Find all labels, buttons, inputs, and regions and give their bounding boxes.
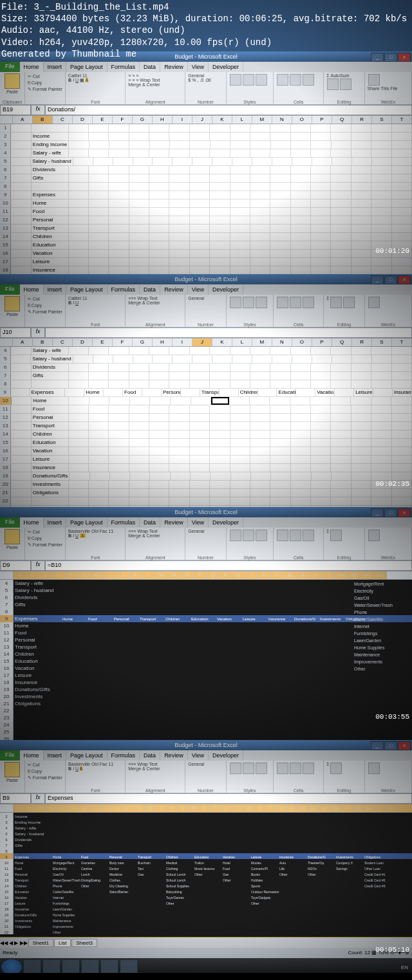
tab-view[interactable]: View xyxy=(188,284,209,295)
fx-button[interactable]: fx xyxy=(31,328,45,338)
paste-icon[interactable] xyxy=(5,296,20,311)
cut-button[interactable]: Cut xyxy=(33,74,40,79)
start-button[interactable] xyxy=(1,959,22,973)
worksheet[interactable]: ABCDEFGHIJKLMNOPQRST 4Salary - wife5Sala… xyxy=(0,338,412,507)
format-table-icon[interactable] xyxy=(243,74,254,86)
tab-page-layout[interactable]: Page Layout xyxy=(66,62,108,72)
timestamp: 00:02:35 xyxy=(375,480,409,488)
paste-icon[interactable] xyxy=(5,73,20,89)
number-format[interactable]: General xyxy=(188,73,204,78)
format-cells-icon[interactable] xyxy=(303,74,314,86)
font-size[interactable]: 11 xyxy=(82,73,88,78)
insert-cells-icon[interactable] xyxy=(277,74,288,86)
tab-developer[interactable]: Developer xyxy=(209,62,243,72)
tab-data[interactable]: Data xyxy=(140,284,160,295)
copy-button[interactable]: Copy xyxy=(32,80,42,85)
cell-styles-icon[interactable] xyxy=(256,74,267,86)
minimize-button[interactable]: _ xyxy=(371,275,384,284)
status-mode: Ready xyxy=(3,948,17,958)
name-box[interactable]: B9 xyxy=(0,793,31,804)
name-box[interactable]: J10 xyxy=(0,328,31,338)
share-file-icon[interactable] xyxy=(368,74,380,86)
fx-button[interactable]: fx xyxy=(31,105,45,115)
tab-home[interactable]: Home xyxy=(20,62,44,72)
tab-developer[interactable]: Developer xyxy=(209,284,243,295)
formula-bar[interactable]: Donations/ xyxy=(45,105,412,115)
tab-review[interactable]: Review xyxy=(160,284,188,295)
tab-home[interactable]: Home xyxy=(20,517,44,528)
fx-button[interactable]: fx xyxy=(31,560,45,571)
tab-insert[interactable]: Insert xyxy=(44,62,67,72)
thumbnail-frame-2: Budget - Microsoft Excel_□× FileHomeInse… xyxy=(0,274,412,507)
timestamp: 00:03:55 xyxy=(375,713,409,721)
ribbon-tabs: File Home Insert Page Layout Formulas Da… xyxy=(0,62,412,72)
file-tab[interactable]: File xyxy=(0,750,20,761)
tab-formulas[interactable]: Formulas xyxy=(108,62,140,72)
formula-bar[interactable]: Expenses xyxy=(45,793,412,804)
tab-page-layout[interactable]: Page Layout xyxy=(66,284,108,295)
merge-center[interactable]: Merge & Center xyxy=(128,82,160,87)
file-tab[interactable]: File xyxy=(0,62,20,72)
format-painter-button[interactable]: Format Painter xyxy=(33,87,62,91)
autosum-button[interactable]: AutoSum xyxy=(331,73,350,78)
maximize-button[interactable]: □ xyxy=(384,275,397,284)
delete-cells-icon[interactable] xyxy=(290,74,301,86)
conditional-formatting-icon[interactable] xyxy=(230,74,241,86)
sort-filter-icon[interactable] xyxy=(327,79,339,90)
tab-review[interactable]: Review xyxy=(160,62,188,72)
font-name[interactable]: Calibri xyxy=(68,73,81,78)
tab-insert[interactable]: Insert xyxy=(44,284,67,295)
file-tab[interactable]: File xyxy=(0,517,20,528)
name-box[interactable]: B19 xyxy=(0,105,31,115)
tab-home[interactable]: Home xyxy=(20,284,44,295)
formula-bar[interactable] xyxy=(45,328,412,338)
timestamp: 00:01:20 xyxy=(375,247,409,255)
file-tab[interactable]: File xyxy=(0,284,20,295)
tab-data[interactable]: Data xyxy=(140,62,160,72)
formula-bar[interactable]: =B10 xyxy=(45,560,412,571)
timestamp: 00:05:10 xyxy=(375,946,409,954)
worksheet[interactable]: ABCDEFGHIJKLMNOPQRST 12Income3Ending Inc… xyxy=(0,116,412,274)
thumbnail-frame-3: Budget - Microsoft Excel_□× FileHomeInse… xyxy=(0,507,412,740)
tab-formulas[interactable]: Formulas xyxy=(108,284,140,295)
video-overlay: File: 3_-_Building_the_List.mp4 Size: 33… xyxy=(1,1,407,60)
tab-view[interactable]: View xyxy=(188,62,209,72)
window-title: Budget - Microsoft Excel_□× xyxy=(0,274,412,284)
thumbnail-frame-4: Budget - Microsoft Excel_□× FileHomeInse… xyxy=(0,740,412,973)
count-status: Count: 12 xyxy=(348,950,370,956)
worksheet[interactable]: BCDEFGHIJKLMNOPQRSTUVWXYZAAABACAD 4Salar… xyxy=(0,571,412,740)
close-button[interactable]: × xyxy=(398,275,411,284)
paste-button[interactable]: Paste xyxy=(6,89,18,94)
wrap-text[interactable]: Wrap Text xyxy=(140,78,160,82)
fx-button[interactable]: fx xyxy=(31,793,45,804)
worksheet[interactable]: BCDEFGHIJKLMNOPQRSTUVWXYZAAABACADAEAFAGA… xyxy=(0,804,412,938)
find-select-icon[interactable] xyxy=(340,79,351,90)
name-box[interactable]: D9 xyxy=(0,560,31,571)
